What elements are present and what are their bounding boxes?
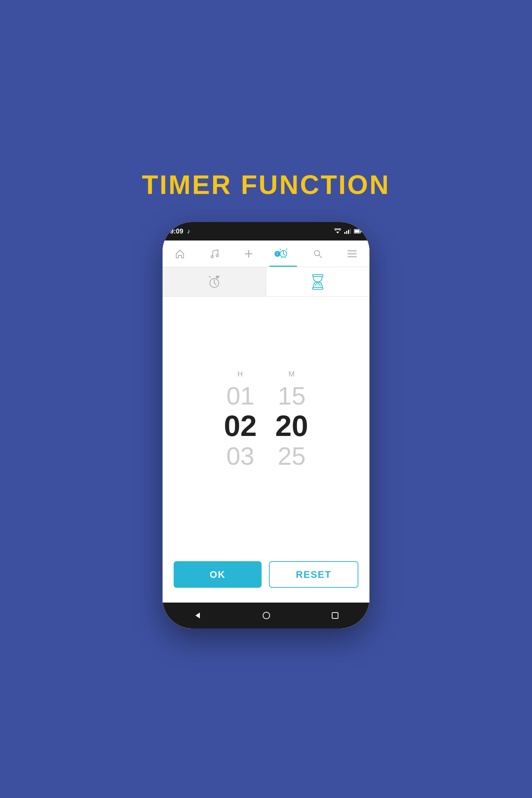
time-picker: H 01 02 03 M 15 20 25 [224,370,308,470]
svg-line-20 [319,255,322,258]
status-bar: 9:09 ♪ [163,222,369,241]
minutes-column: M 15 20 25 [275,370,308,470]
page-title: TIMER FUNCTION [142,170,390,200]
top-nav: 1 [163,241,369,267]
buttons-area: OK RESET [163,550,369,603]
minutes-label: M [289,370,295,378]
phone-frame: 9:09 ♪ [163,222,369,628]
hours-prev[interactable]: 01 [226,382,255,410]
reset-button[interactable]: RESET [269,561,358,588]
sub-tab-timer[interactable] [266,267,370,296]
svg-rect-32 [313,287,323,289]
svg-rect-2 [346,231,347,234]
ok-button[interactable]: OK [174,561,262,588]
phone-screen: 1 [163,241,369,628]
status-time: 9:09 [170,228,183,235]
battery-icon [354,229,362,233]
recent-button[interactable] [331,612,339,619]
status-bar-right [334,228,362,234]
hours-current[interactable]: 02 [224,410,257,442]
sub-tab-alarm[interactable]: 1 [163,267,266,296]
svg-rect-7 [361,231,362,232]
svg-rect-4 [350,229,351,234]
nav-item-add[interactable] [232,241,266,267]
hours-next[interactable]: 03 [226,442,255,470]
svg-rect-31 [313,274,323,276]
home-icon [175,249,185,259]
svg-line-26 [214,283,216,285]
minutes-prev[interactable]: 15 [278,382,306,410]
wifi-icon [334,228,341,234]
bottom-nav [163,603,369,628]
minutes-current[interactable]: 20 [275,410,308,442]
minutes-next[interactable]: 25 [278,442,306,470]
status-bar-left: 9:09 ♪ [170,228,190,235]
phone-mockup: 9:09 ♪ [163,222,369,628]
search-icon [313,249,323,259]
svg-point-19 [314,250,320,256]
svg-point-34 [263,612,270,619]
svg-rect-35 [332,613,338,618]
svg-line-16 [286,249,287,250]
svg-point-8 [211,256,213,258]
svg-line-27 [209,276,211,277]
svg-marker-0 [336,232,339,233]
svg-marker-33 [195,613,200,618]
hourglass-icon [310,274,325,290]
alarm-subtab-icon: 1 [207,274,222,290]
home-button[interactable] [262,611,270,620]
nav-item-music[interactable] [197,241,231,267]
music-icon: ♪ [187,228,190,235]
signal-icon [344,229,351,234]
hamburger-icon [347,250,357,258]
timer-content: H 01 02 03 M 15 20 25 [163,297,369,550]
svg-rect-3 [348,230,349,234]
hours-label: H [238,370,243,378]
alarm-badge: 1 [274,251,280,257]
svg-line-17 [281,258,282,258]
back-button[interactable] [193,611,201,620]
nav-item-menu[interactable] [335,241,369,267]
sub-tabs: 1 [163,267,369,297]
hours-column: H 01 02 03 [224,370,257,470]
svg-line-15 [280,249,281,250]
svg-point-9 [216,255,218,257]
nav-item-home[interactable] [163,241,197,267]
svg-rect-6 [355,230,360,233]
nav-item-search[interactable] [300,241,335,267]
nav-item-alarm[interactable]: 1 [266,241,300,267]
svg-rect-1 [344,232,345,234]
svg-line-18 [285,258,286,258]
add-icon [243,249,254,259]
music-note-icon [209,249,219,259]
svg-line-14 [283,254,285,255]
